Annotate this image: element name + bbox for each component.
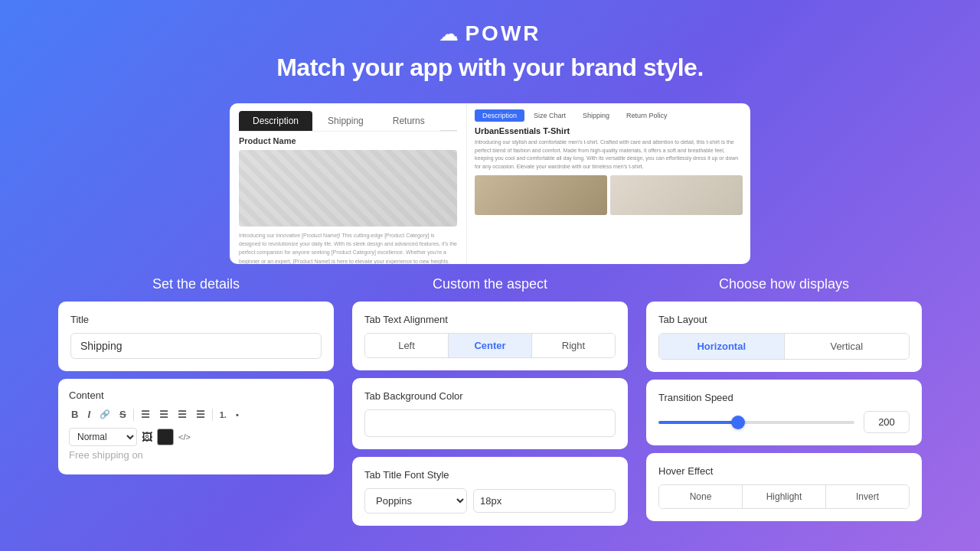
tab-background-color-panel: Tab Background Color: [352, 378, 628, 449]
toolbar-separator-2: [212, 409, 213, 421]
preview-product-desc: Introducing our innovative [Product Name…: [239, 231, 457, 264]
align-left-btn[interactable]: Left: [365, 334, 449, 357]
preview-images-row: [475, 175, 743, 215]
transition-speed-value: 200: [864, 411, 910, 433]
font-size-input[interactable]: [473, 489, 616, 513]
transition-speed-panel: Transition Speed 200: [646, 380, 922, 445]
font-row: Poppins Roboto Arial Georgia: [364, 488, 616, 514]
code-button[interactable]: </>: [178, 432, 191, 442]
header: ☁ POWR Match your app with your brand st…: [0, 0, 980, 94]
bottom-section: Set the details Title Content B I 🔗 S ☰ …: [0, 276, 980, 533]
unordered-list-button[interactable]: •: [234, 409, 241, 421]
transition-speed-label: Transition Speed: [658, 392, 910, 403]
preview-thumb-2: [610, 175, 743, 215]
logo-row: ☁ POWR: [0, 21, 980, 46]
format-select[interactable]: Normal Heading 1 Heading 2 Heading 3: [69, 428, 137, 446]
tagline: Match your app with your brand style.: [0, 54, 980, 82]
preview-tab-description[interactable]: Description: [239, 111, 312, 131]
set-details-column: Set the details Title Content B I 🔗 S ☰ …: [58, 276, 334, 533]
color-input-row: [364, 409, 616, 437]
preview-product-name: Product Name: [239, 136, 457, 145]
preview-container: Description Shipping Returns Product Nam…: [0, 103, 980, 264]
choose-displays-title: Choose how displays: [646, 276, 922, 292]
preview-tab-returns[interactable]: Returns: [379, 111, 439, 131]
alignment-btn-group: Left Center Right: [364, 333, 616, 358]
hover-highlight-btn[interactable]: Highlight: [743, 485, 826, 508]
align-right-btn[interactable]: Right: [532, 334, 615, 357]
layout-horizontal-btn[interactable]: Horizontal: [659, 334, 785, 359]
preview-tabs-left: Description Shipping Returns: [239, 111, 457, 132]
align-center-btn[interactable]: Center: [449, 334, 532, 357]
custom-aspect-column: Custom the aspect Tab Text Alignment Lef…: [352, 276, 628, 533]
strikethrough-button[interactable]: S: [117, 407, 129, 422]
hover-invert-btn[interactable]: Invert: [826, 485, 909, 508]
tab-layout-panel: Tab Layout Horizontal Vertical: [646, 302, 922, 372]
image-icon[interactable]: 🖼: [142, 431, 152, 443]
preview-right-panel: Description Size Chart Shipping Return P…: [467, 103, 750, 264]
layout-vertical-btn[interactable]: Vertical: [785, 334, 910, 359]
preview-product-title: UrbanEssentials T-Shirt: [475, 126, 743, 135]
preview-tab-right-ship[interactable]: Shipping: [575, 109, 617, 122]
align-right-button[interactable]: ☰: [175, 407, 189, 422]
hover-btn-group: None Highlight Invert: [658, 484, 910, 509]
tab-text-alignment-label: Tab Text Alignment: [364, 314, 616, 325]
preview-tab-right-desc[interactable]: Description: [475, 109, 524, 122]
content-label: Content: [69, 390, 323, 401]
align-justify-button[interactable]: ☰: [194, 407, 207, 422]
ordered-list-button[interactable]: 1.: [217, 409, 229, 421]
text-color-box[interactable]: [157, 429, 174, 445]
speed-row: 200: [658, 411, 910, 433]
title-input[interactable]: [70, 333, 322, 359]
hover-none-btn[interactable]: None: [659, 485, 743, 508]
font-family-select[interactable]: Poppins Roboto Arial Georgia: [364, 488, 467, 514]
preview-thumb-1: [475, 175, 607, 215]
title-panel: Title: [58, 302, 334, 371]
content-panel: Content B I 🔗 S ☰ ☰ ☰ ☰ 1. • Normal Head…: [58, 379, 334, 474]
link-button[interactable]: 🔗: [97, 408, 113, 421]
editor-content[interactable]: Free shipping on: [69, 446, 323, 464]
preview-product-image: [239, 150, 457, 227]
align-left-button[interactable]: ☰: [139, 407, 152, 422]
hover-effect-label: Hover Effect: [658, 465, 910, 477]
tab-bg-color-label: Tab Background Color: [364, 390, 616, 402]
preview-tab-right-size[interactable]: Size Chart: [526, 109, 573, 122]
tab-title-font-style-panel: Tab Title Font Style Poppins Roboto Aria…: [352, 457, 628, 526]
editor-toolbar: B I 🔗 S ☰ ☰ ☰ ☰ 1. •: [69, 407, 323, 422]
layout-btn-group: Horizontal Vertical: [658, 333, 910, 360]
title-label: Title: [70, 314, 322, 325]
align-center-button[interactable]: ☰: [157, 407, 171, 422]
tab-layout-label: Tab Layout: [658, 314, 910, 325]
tab-font-style-label: Tab Title Font Style: [364, 469, 616, 481]
transition-speed-slider[interactable]: [658, 421, 854, 424]
logo-icon: ☁: [439, 22, 459, 46]
custom-aspect-title: Custom the aspect: [352, 276, 628, 292]
set-details-title: Set the details: [58, 276, 334, 292]
preview-product-description: Introducing our stylish and comfortable …: [475, 139, 743, 171]
italic-button[interactable]: I: [85, 407, 93, 422]
preview-tabs-right: Description Size Chart Shipping Return P…: [475, 109, 743, 122]
toolbar-row2: Normal Heading 1 Heading 2 Heading 3 🖼 <…: [69, 428, 323, 446]
tab-text-alignment-panel: Tab Text Alignment Left Center Right: [352, 302, 628, 370]
preview-tab-shipping[interactable]: Shipping: [314, 111, 377, 131]
preview-tab-right-return[interactable]: Return Policy: [619, 109, 675, 122]
toolbar-separator-1: [133, 409, 134, 421]
preview-box: Description Shipping Returns Product Nam…: [230, 103, 750, 264]
choose-displays-column: Choose how displays Tab Layout Horizonta…: [646, 276, 922, 533]
preview-left-panel: Description Shipping Returns Product Nam…: [230, 103, 467, 264]
bold-button[interactable]: B: [69, 407, 80, 422]
hover-effect-panel: Hover Effect None Highlight Invert: [646, 453, 922, 521]
tab-bg-color-input[interactable]: [364, 409, 616, 437]
logo-text: POWR: [465, 21, 541, 46]
